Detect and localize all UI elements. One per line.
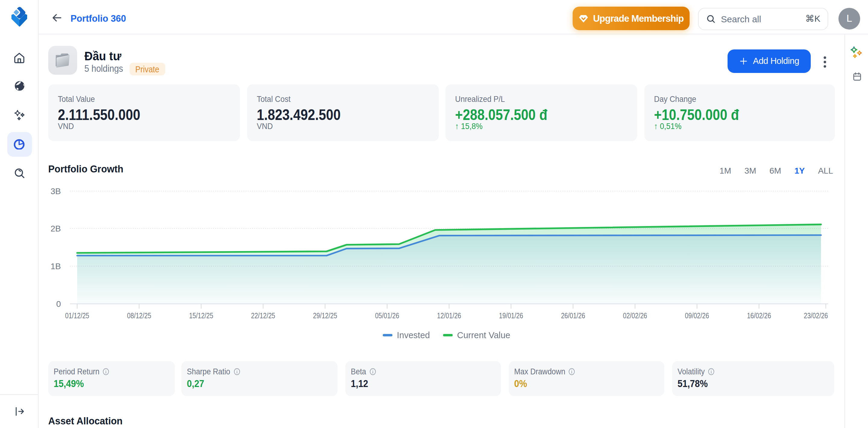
svg-text:19/01/26: 19/01/26 (499, 311, 523, 320)
svg-text:26/01/26: 26/01/26 (561, 311, 585, 320)
svg-text:1B: 1B (51, 262, 61, 271)
svg-text:0: 0 (56, 299, 61, 309)
svg-text:09/02/26: 09/02/26 (685, 311, 709, 320)
svg-text:22/12/25: 22/12/25 (251, 311, 275, 320)
svg-text:3B: 3B (51, 187, 61, 196)
svg-text:08/12/25: 08/12/25 (127, 311, 151, 320)
svg-text:2B: 2B (51, 224, 61, 233)
svg-text:12/01/26: 12/01/26 (437, 311, 461, 320)
svg-text:01/12/25: 01/12/25 (65, 311, 89, 320)
svg-text:02/02/26: 02/02/26 (623, 311, 647, 320)
svg-text:05/01/26: 05/01/26 (375, 311, 399, 320)
svg-text:23/02/26: 23/02/26 (804, 311, 828, 320)
svg-text:16/02/26: 16/02/26 (747, 311, 771, 320)
svg-text:29/12/25: 29/12/25 (313, 311, 337, 320)
svg-text:15/12/25: 15/12/25 (189, 311, 213, 320)
